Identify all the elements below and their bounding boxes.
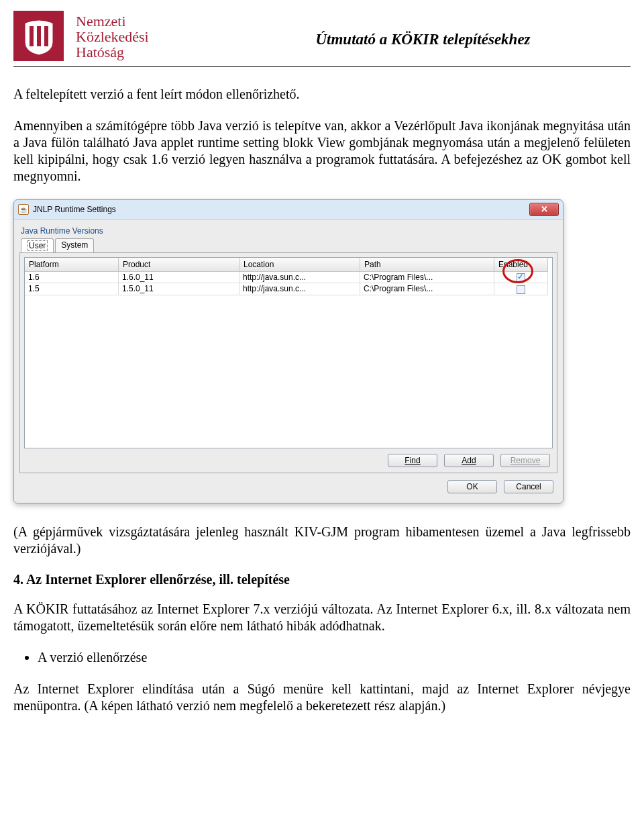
section-heading-4: 4. Az Internet Explorer ellenőrzése, ill… [13,572,631,587]
checkbox-icon[interactable] [517,285,525,294]
list-item: A verzió ellenőrzése [38,649,631,666]
header-divider [13,66,631,67]
dialog-window: ☕ JNLP Runtime Settings ✕ Java Runtime V… [13,199,564,503]
cell-platform: 1.5 [25,283,119,295]
col-path[interactable]: Path [360,258,494,272]
table-empty-area [25,295,552,448]
cell-product: 1.5.0_11 [119,283,239,295]
org-logo [13,11,64,61]
group-label: Java Runtime Versions [21,226,557,236]
close-button[interactable]: ✕ [529,203,559,216]
cell-location: http://java.sun.c... [239,272,360,283]
org-name: Nemzeti Közlekedési Hatóság [76,11,203,60]
col-location[interactable]: Location [239,258,360,272]
paragraph-3: (A gépjárművek vizsgáztatására jelenleg … [13,524,631,557]
java-icon: ☕ [18,204,29,215]
table-row[interactable]: 1.5 1.5.0_11 http://java.sun.c... C:\Pro… [25,283,552,295]
svg-rect-1 [37,26,41,46]
page-header: Nemzeti Közlekedési Hatóság Útmutató a K… [13,11,631,61]
dialog-titlebar: ☕ JNLP Runtime Settings ✕ [14,200,563,219]
jnlp-dialog-figure: ☕ JNLP Runtime Settings ✕ Java Runtime V… [13,199,564,503]
cancel-button[interactable]: Cancel [504,480,553,493]
tab-system[interactable]: System [55,238,94,252]
dialog-title-text: JNLP Runtime Settings [33,205,529,214]
cell-enabled[interactable] [494,283,548,295]
tab-panel: Platform Product Location Path Enabled 1… [19,252,557,473]
add-button[interactable]: Add [444,454,494,467]
cell-location: http://java.sun.c... [239,283,360,295]
cell-path: C:\Program Files\... [360,283,494,295]
tab-user[interactable]: User [21,238,54,252]
remove-button: Remove [500,454,550,467]
paragraph-1: A feltelepített verzió a fent leírt módo… [13,86,631,103]
tab-bar: User System [21,238,557,252]
paragraph-4: A KÖKIR futtatásához az Internet Explore… [13,601,631,634]
runtime-table: Platform Product Location Path Enabled 1… [24,257,553,448]
cell-product: 1.6.0_11 [119,272,239,283]
cell-enabled[interactable] [494,272,548,283]
bullet-list: A verzió ellenőrzése [38,649,631,666]
org-name-line3: Hatóság [76,44,203,60]
dialog-footer: OK Cancel [19,473,557,496]
svg-rect-2 [44,26,48,46]
svg-rect-0 [30,26,34,46]
table-row[interactable]: 1.6 1.6.0_11 http://java.sun.c... C:\Pro… [25,272,552,283]
ok-button[interactable]: OK [447,480,497,493]
org-name-line2: Közlekedési [76,29,203,44]
document-title: Útmutató a KÖKIR telepítésekhez [215,11,631,48]
paragraph-2: Amennyiben a számítógépre több Java verz… [13,117,631,185]
col-product[interactable]: Product [119,258,239,272]
cell-platform: 1.6 [25,272,119,283]
col-enabled[interactable]: Enabled [494,258,548,272]
table-button-row: Find Add Remove [24,448,553,467]
checkbox-icon[interactable] [517,273,525,282]
paragraph-5: Az Internet Explorer elindítása után a S… [13,681,631,714]
find-button[interactable]: Find [388,454,437,467]
col-platform[interactable]: Platform [25,258,119,272]
org-name-line1: Nemzeti [76,13,203,29]
table-header-row: Platform Product Location Path Enabled [25,258,552,272]
cell-path: C:\Program Files\... [360,272,494,283]
